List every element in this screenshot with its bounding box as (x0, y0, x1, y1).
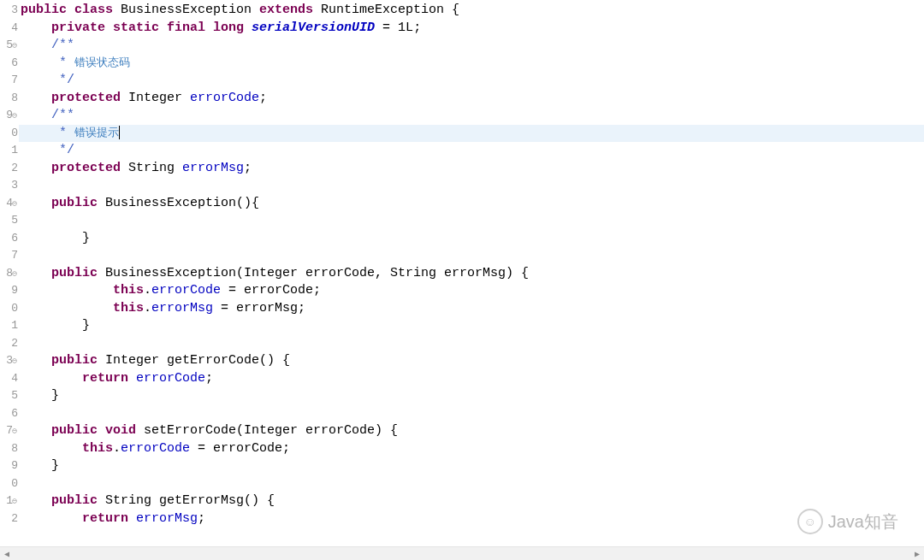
code-line[interactable]: * 错误状态码 (19, 55, 924, 73)
watermark-text: Java知音 (828, 510, 898, 533)
scroll-track[interactable] (14, 547, 910, 561)
code-line[interactable] (19, 247, 924, 265)
code-line[interactable]: this.errorCode = errorCode; (19, 282, 924, 300)
code-line[interactable]: } (19, 317, 924, 335)
code-line[interactable] (19, 335, 924, 353)
line-number: 0 (0, 475, 19, 493)
code-line[interactable]: * 错误提示 (19, 125, 924, 143)
line-number: 4 (0, 20, 19, 38)
code-line[interactable]: } (19, 387, 924, 405)
watermark-icon: ☺ (797, 509, 823, 534)
line-number: 6 (0, 405, 19, 423)
code-line[interactable]: public void setErrorCode(Integer errorCo… (19, 422, 924, 440)
line-number: 2 (0, 335, 19, 353)
code-line[interactable]: protected Integer errorCode; (19, 90, 924, 108)
line-number: 9⊖ (0, 107, 19, 125)
line-number: 7⊖ (0, 422, 19, 440)
code-line[interactable]: return errorCode; (19, 370, 924, 388)
code-line[interactable]: this.errorCode = errorCode; (19, 440, 924, 458)
line-number: 1 (0, 142, 19, 160)
code-line[interactable]: return errorMsg; (19, 510, 924, 528)
scroll-right-icon[interactable]: ▶ (910, 547, 924, 561)
code-line[interactable] (19, 212, 924, 230)
code-line[interactable]: this.errorMsg = errorMsg; (19, 300, 924, 318)
line-number: 9 (0, 282, 19, 300)
code-line[interactable]: private static final long serialVersionU… (19, 20, 924, 38)
line-number: 8 (0, 90, 19, 108)
line-number: 0 (0, 125, 19, 143)
line-number: 3 (0, 177, 19, 195)
line-number: 6 (0, 55, 19, 73)
line-number: 4⊖ (0, 195, 19, 213)
code-line[interactable]: public BusinessException(Integer errorCo… (19, 265, 924, 283)
code-line[interactable]: public Integer getErrorCode() { (19, 352, 924, 370)
code-line[interactable]: public String getErrorMsg() { (19, 492, 924, 510)
code-line[interactable]: public BusinessException(){ (19, 195, 924, 213)
line-number: 5 (0, 387, 19, 405)
code-line[interactable] (19, 475, 924, 493)
line-number: 7 (0, 72, 19, 90)
code-line[interactable]: /** (19, 37, 924, 55)
line-number: 8 (0, 440, 19, 458)
line-number: 5 (0, 212, 19, 230)
code-line[interactable]: */ (19, 72, 924, 90)
watermark: ☺ Java知音 (797, 509, 898, 534)
code-line[interactable]: public class BusinessException extends R… (19, 2, 924, 20)
line-number: 3⊖ (0, 352, 19, 370)
line-number: 1⊖ (0, 492, 19, 510)
line-number: 0 (0, 300, 19, 318)
line-number-gutter: 345⊖6789⊖01234⊖5678⊖90123⊖4567⊖8901⊖2 (0, 0, 19, 560)
code-line[interactable]: */ (19, 142, 924, 160)
line-number: 2 (0, 510, 19, 528)
code-line[interactable] (19, 405, 924, 423)
code-line[interactable]: /** (19, 107, 924, 125)
line-number: 1 (0, 317, 19, 335)
code-line[interactable]: protected String errorMsg; (19, 160, 924, 178)
line-number: 2 (0, 160, 19, 178)
line-number: 3 (0, 2, 19, 20)
scroll-left-icon[interactable]: ◀ (0, 547, 14, 561)
horizontal-scrollbar[interactable]: ◀ ▶ (0, 546, 924, 560)
line-number: 6 (0, 230, 19, 248)
code-editor[interactable]: 345⊖6789⊖01234⊖5678⊖90123⊖4567⊖8901⊖2 pu… (0, 0, 924, 560)
code-line[interactable] (19, 177, 924, 195)
line-number: 5⊖ (0, 37, 19, 55)
code-line[interactable]: } (19, 457, 924, 475)
line-number: 9 (0, 457, 19, 475)
line-number: 4 (0, 370, 19, 388)
line-number: 7 (0, 247, 19, 265)
line-number: 8⊖ (0, 265, 19, 283)
code-area[interactable]: public class BusinessException extends R… (19, 0, 924, 560)
code-line[interactable]: } (19, 230, 924, 248)
